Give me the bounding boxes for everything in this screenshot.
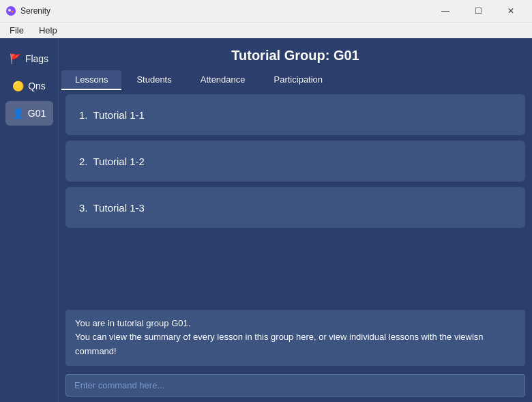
lesson-card-2[interactable]: 2. Tutorial 1-2 — [65, 141, 525, 182]
menu-bar: File Help — [0, 22, 532, 38]
tab-students[interactable]: Students — [123, 70, 185, 90]
svg-point-2 — [12, 11, 14, 13]
sidebar-item-qns[interactable]: 🟡 Qns — [5, 74, 53, 98]
app-title: Serenity — [20, 6, 50, 16]
command-input[interactable] — [65, 374, 525, 397]
tab-lessons[interactable]: Lessons — [61, 70, 121, 90]
tab-bar: Lessons Students Attendance Participatio… — [59, 70, 532, 90]
lessons-list: 1. Tutorial 1-1 2. Tutorial 1-2 3. Tutor… — [59, 94, 532, 307]
g01-icon: 👤 — [12, 108, 24, 119]
sidebar: 🚩 Flags 🟡 Qns 👤 G01 — [0, 38, 58, 402]
command-bar — [59, 369, 532, 402]
svg-point-1 — [8, 9, 11, 12]
lesson-title-3: Tutorial 1-3 — [93, 202, 145, 214]
sidebar-label-qns: Qns — [28, 81, 46, 91]
maximize-button[interactable]: ☐ — [462, 0, 494, 22]
lesson-title-1: Tutorial 1-1 — [93, 109, 145, 121]
status-line-2: You can view the summary of every lesson… — [75, 330, 516, 359]
app-icon — [5, 5, 16, 16]
lesson-title-2: Tutorial 1-2 — [93, 156, 145, 167]
main-content: Tutorial Group: G01 Lessons Students Att… — [58, 38, 532, 402]
lesson-number-2: 2. — [79, 156, 88, 167]
svg-point-0 — [6, 6, 16, 16]
title-bar-left: Serenity — [5, 5, 50, 16]
sidebar-label-flags: Flags — [25, 53, 48, 64]
flags-icon: 🚩 — [10, 53, 21, 64]
sidebar-label-g01: G01 — [28, 108, 46, 119]
lesson-number-3: 3. — [79, 202, 88, 214]
lesson-card-1[interactable]: 1. Tutorial 1-1 — [65, 94, 525, 135]
app-body: 🚩 Flags 🟡 Qns 👤 G01 Tutorial Group: G01 … — [0, 38, 532, 402]
menu-help[interactable]: Help — [32, 24, 64, 37]
qns-icon: 🟡 — [12, 81, 24, 91]
close-button[interactable]: ✕ — [495, 0, 527, 22]
tab-participation[interactable]: Participation — [261, 70, 337, 90]
lesson-number-1: 1. — [79, 109, 88, 121]
minimize-button[interactable]: — — [430, 0, 461, 22]
lesson-card-3[interactable]: 3. Tutorial 1-3 — [65, 187, 525, 228]
page-title: Tutorial Group: G01 — [59, 38, 532, 70]
title-bar: Serenity — ☐ ✕ — [0, 0, 532, 22]
sidebar-item-flags[interactable]: 🚩 Flags — [5, 46, 53, 71]
sidebar-item-g01[interactable]: 👤 G01 — [5, 101, 53, 126]
status-line-1: You are in tutorial group G01. — [75, 317, 516, 331]
window-controls: — ☐ ✕ — [430, 0, 527, 22]
menu-file[interactable]: File — [3, 24, 31, 37]
tab-attendance[interactable]: Attendance — [187, 70, 259, 90]
status-message: You are in tutorial group G01. You can v… — [65, 310, 525, 366]
